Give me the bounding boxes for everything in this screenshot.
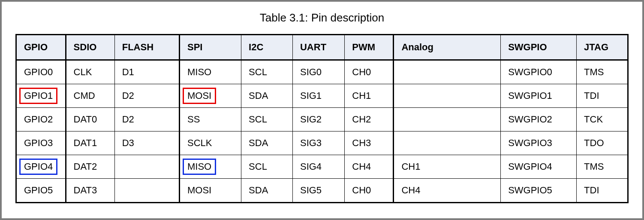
table-cell (114, 179, 179, 203)
table-cell: SCL (241, 60, 293, 84)
table-cell: MISO (179, 155, 241, 179)
cell-value: SCLK (183, 135, 217, 151)
table-cell: SDA (241, 84, 293, 108)
cell-value: TMS (579, 159, 610, 175)
cell-value: SCL (244, 159, 275, 175)
cell-value: SIG0 (295, 64, 326, 80)
table-row: GPIO0 CLK D1 MISO SCL SIG0 CH0 SWGPIO0 T… (16, 60, 628, 84)
table-cell: SWGPIO2 (501, 108, 577, 131)
cell-value: SIG3 (295, 135, 326, 151)
col-header-label: Analog (397, 39, 438, 55)
cell-value: SIG2 (295, 111, 326, 128)
table-cell: CH1 (394, 155, 501, 179)
table-cell: DAT1 (66, 131, 114, 155)
cell-value: D2 (117, 88, 148, 104)
table-cell: MISO (179, 60, 241, 84)
table-cell: CH4 (394, 179, 501, 203)
col-header-label: UART (295, 39, 331, 55)
col-header-label: SWGPIO (503, 39, 551, 55)
table-cell (114, 155, 179, 179)
cell-value: CH1 (397, 159, 427, 175)
table-cell (394, 108, 501, 131)
cell-value-highlighted-red: MOSI (183, 88, 216, 104)
cell-value-highlighted-blue: MISO (183, 159, 216, 175)
cell-value: TDO (579, 135, 610, 151)
table-cell: SS (179, 108, 241, 131)
col-header-label: JTAG (579, 39, 613, 55)
cell-value: D1 (117, 64, 148, 80)
table-cell: GPIO4 (16, 155, 66, 179)
table-cell: GPIO5 (16, 179, 66, 203)
cell-value: SS (183, 111, 214, 128)
table-cell: D2 (114, 84, 179, 108)
col-header: PWM (345, 35, 394, 60)
cell-value: DAT1 (69, 135, 102, 151)
col-header: FLASH (114, 35, 179, 60)
cell-value: SCL (244, 64, 275, 80)
cell-value: MOSI (183, 182, 216, 199)
table-header-row: GPIO SDIO FLASH SPI I2C UART PWM Analog … (16, 35, 628, 60)
table-cell: MOSI (179, 179, 241, 203)
table-cell: DAT0 (66, 108, 114, 131)
cell-value: TCK (579, 111, 610, 128)
table-cell: SWGPIO5 (501, 179, 577, 203)
cell-value: DAT3 (69, 182, 102, 199)
page-frame: Table 3.1: Pin description GPIO SDIO FLA… (0, 0, 644, 220)
cell-value: SWGPIO3 (503, 135, 557, 151)
cell-value: MISO (183, 64, 216, 80)
cell-value-highlighted-blue: GPIO4 (19, 159, 57, 175)
table-cell: D3 (114, 131, 179, 155)
cell-value: TMS (579, 64, 610, 80)
cell-value: CH2 (347, 111, 378, 128)
table-body: GPIO0 CLK D1 MISO SCL SIG0 CH0 SWGPIO0 T… (16, 60, 628, 203)
col-header-label: SDIO (69, 39, 102, 55)
table-cell: SWGPIO1 (501, 84, 577, 108)
table-cell: CH3 (345, 131, 394, 155)
col-header: I2C (241, 35, 293, 60)
cell-value: DAT0 (69, 111, 102, 128)
table-cell: DAT2 (66, 155, 114, 179)
table-cell: D1 (114, 60, 179, 84)
pin-description-table: GPIO SDIO FLASH SPI I2C UART PWM Analog … (15, 34, 629, 203)
table-cell: TMS (577, 155, 628, 179)
table-row: GPIO2 DAT0 D2 SS SCL SIG2 CH2 SWGPIO2 TC… (16, 108, 628, 131)
table-cell: GPIO1 (16, 84, 66, 108)
table-row: GPIO4 DAT2 MISO SCL SIG4 CH4 CH1 SWGPIO4… (16, 155, 628, 179)
table-caption: Table 3.1: Pin description (15, 11, 629, 24)
col-header: Analog (394, 35, 501, 60)
cell-value: D3 (117, 135, 148, 151)
cell-value: DAT2 (69, 159, 102, 175)
cell-value (397, 92, 427, 98)
cell-value: CH4 (397, 182, 427, 199)
cell-value: SDA (244, 135, 275, 151)
col-header-label: SPI (183, 39, 214, 55)
cell-value: SWGPIO2 (503, 111, 557, 128)
cell-value: SWGPIO5 (503, 182, 557, 199)
table-cell: CH4 (345, 155, 394, 179)
table-row: GPIO5 DAT3 MOSI SDA SIG5 CH0 CH4 SWGPIO5… (16, 179, 628, 203)
cell-value: SDA (244, 88, 275, 104)
cell-value: CMD (69, 88, 100, 104)
cell-value: GPIO3 (19, 135, 57, 151)
cell-value (397, 68, 427, 74)
table-cell: TCK (577, 108, 628, 131)
table-cell: SWGPIO3 (501, 131, 577, 155)
col-header: JTAG (577, 35, 628, 60)
table-cell: GPIO0 (16, 60, 66, 84)
table-cell: DAT3 (66, 179, 114, 203)
table-cell: SIG2 (292, 108, 344, 131)
cell-value: CH0 (347, 64, 378, 80)
cell-value (117, 186, 148, 192)
cell-value: CH0 (347, 182, 378, 199)
table-cell: TDI (577, 84, 628, 108)
col-header: GPIO (16, 35, 66, 60)
cell-value: CH3 (347, 135, 378, 151)
cell-value: TDI (579, 182, 610, 199)
cell-value: GPIO5 (19, 182, 57, 199)
cell-value: SWGPIO0 (503, 64, 557, 80)
table-cell: TDI (577, 179, 628, 203)
col-header: SPI (179, 35, 241, 60)
cell-value: TDI (579, 88, 610, 104)
cell-value: SWGPIO4 (503, 159, 557, 175)
table-row: GPIO3 DAT1 D3 SCLK SDA SIG3 CH3 SWGPIO3 … (16, 131, 628, 155)
